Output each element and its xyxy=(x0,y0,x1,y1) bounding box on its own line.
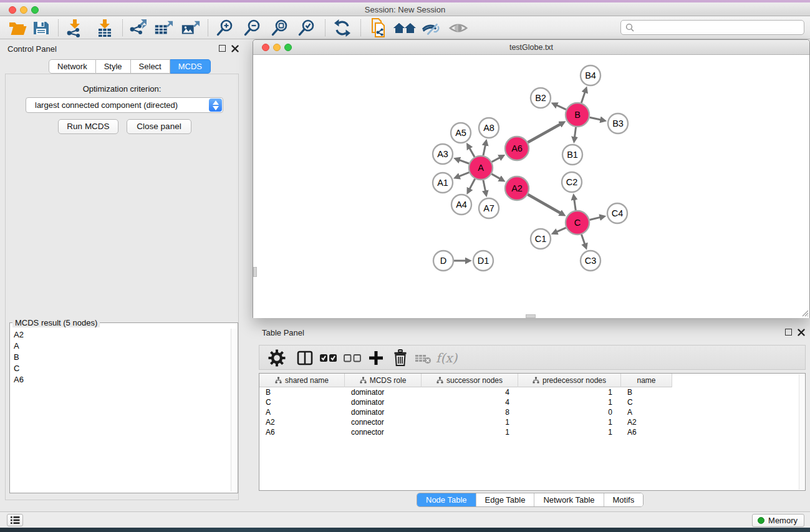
export-network-button[interactable] xyxy=(128,19,148,37)
graph-edge-A-A5[interactable] xyxy=(469,147,475,157)
import-table-button[interactable] xyxy=(95,19,115,37)
float-panel-icon[interactable] xyxy=(219,45,226,52)
table-settings-button[interactable] xyxy=(268,349,286,367)
column-header-name[interactable]: name xyxy=(621,374,672,387)
save-session-button[interactable] xyxy=(31,19,51,37)
table-cell[interactable]: 1 xyxy=(518,388,621,397)
graph-edge-A-A7[interactable] xyxy=(483,180,486,192)
graph-edge-C-C2[interactable] xyxy=(574,199,576,210)
export-image-button[interactable] xyxy=(180,19,200,37)
table-cell[interactable]: 0 xyxy=(518,408,621,417)
table-row[interactable]: Bdominator41B xyxy=(259,387,805,397)
criterion-dropdown[interactable]: largest connected component (directed) xyxy=(26,97,223,113)
table-cell[interactable]: A2 xyxy=(621,418,672,427)
table-cell[interactable]: B xyxy=(621,388,672,397)
table-cell[interactable]: 1 xyxy=(518,428,621,437)
memory-button[interactable]: Memory xyxy=(752,514,804,527)
graph-edge-A-A6[interactable] xyxy=(492,157,501,162)
select-all-button[interactable] xyxy=(319,349,339,367)
table-cell[interactable]: A6 xyxy=(621,428,672,437)
graph-edge-B-B1[interactable] xyxy=(574,127,576,138)
table-cell[interactable]: 4 xyxy=(422,388,518,397)
table-cell[interactable]: dominator xyxy=(345,398,422,407)
mcds-result-item[interactable]: C xyxy=(11,362,231,374)
table-cell[interactable]: dominator xyxy=(345,408,422,417)
table-cell[interactable]: 1 xyxy=(518,418,621,427)
table-row[interactable]: Cdominator41C xyxy=(259,397,805,407)
table-cell[interactable]: 1 xyxy=(518,398,621,407)
graph-edge-A2-C[interactable] xyxy=(528,195,561,213)
graph-edge-A-A2[interactable] xyxy=(491,174,501,179)
table-cell[interactable]: 1 xyxy=(422,428,518,437)
table-cell[interactable]: 4 xyxy=(422,398,518,407)
table-cell[interactable]: A xyxy=(259,408,345,417)
float-table-panel-icon[interactable] xyxy=(785,329,792,336)
close-table-panel-icon[interactable] xyxy=(798,329,805,336)
create-column-button[interactable] xyxy=(367,349,385,367)
table-cell[interactable]: 8 xyxy=(422,408,518,417)
zoom-selected-button[interactable] xyxy=(297,19,317,37)
table-cell[interactable]: connector xyxy=(345,428,422,437)
table-row[interactable]: Adominator80A xyxy=(259,407,805,417)
table-row[interactable]: A2connector11A2 xyxy=(259,417,805,427)
tab-edge-table[interactable]: Edge Table xyxy=(476,493,534,506)
close-panel-icon[interactable] xyxy=(231,45,239,52)
table-cell[interactable]: connector xyxy=(345,418,422,427)
mcds-result-item[interactable]: A6 xyxy=(11,374,231,385)
close-panel-button[interactable]: Close panel xyxy=(127,119,191,134)
network-canvas[interactable]: AA6A2BCB4B2B3A8A5A3B1A1C2A4A7C4C1C3DD1 xyxy=(253,55,809,318)
import-network-button[interactable] xyxy=(65,19,85,37)
table-cell[interactable]: A2 xyxy=(259,418,345,427)
graph-edge-A-A3[interactable] xyxy=(458,160,469,163)
table-cell[interactable]: C xyxy=(621,398,672,407)
hide-selected-button[interactable] xyxy=(421,19,441,37)
tab-motifs[interactable]: Motifs xyxy=(604,493,644,506)
table-cell[interactable]: C xyxy=(259,398,345,407)
table-cell[interactable]: B xyxy=(259,388,345,397)
zoom-in-button[interactable] xyxy=(215,19,235,37)
column-header-predecessor-nodes[interactable]: predecessor nodes xyxy=(518,374,621,387)
table-cell[interactable]: A xyxy=(621,408,672,417)
canvas-vertical-scroll-nub[interactable] xyxy=(253,267,257,277)
tab-network-table[interactable]: Network Table xyxy=(534,493,603,506)
delete-column-button[interactable] xyxy=(392,349,409,367)
show-all-networks-button[interactable] xyxy=(392,19,417,37)
export-table-button[interactable] xyxy=(153,19,173,37)
column-header-MCDS-role[interactable]: MCDS role xyxy=(345,374,422,387)
zoom-out-button[interactable] xyxy=(243,19,263,37)
run-mcds-button[interactable]: Run MCDS xyxy=(58,119,118,134)
clone-network-button[interactable] xyxy=(369,19,389,37)
tab-select[interactable]: Select xyxy=(131,59,170,74)
column-header-successor-nodes[interactable]: successor nodes xyxy=(422,374,518,387)
search-field[interactable] xyxy=(620,20,804,35)
tab-network[interactable]: Network xyxy=(49,59,96,74)
function-builder-button[interactable]: f(x) xyxy=(436,349,457,367)
graph-edge-C-C4[interactable] xyxy=(589,217,600,220)
table-scrollbar[interactable] xyxy=(799,374,804,490)
table-cell[interactable]: 1 xyxy=(422,418,518,427)
mcds-result-item[interactable]: B xyxy=(11,351,231,362)
column-header-shared-name[interactable]: shared name xyxy=(259,374,345,387)
graph-edge-A-A1[interactable] xyxy=(458,172,469,177)
table-row[interactable]: A6connector11A6 xyxy=(259,427,805,437)
graph-edge-B-B3[interactable] xyxy=(590,117,602,120)
graph-edge-A6-B[interactable] xyxy=(528,124,561,143)
graph-edge-B-B2[interactable] xyxy=(556,105,566,109)
refresh-button[interactable] xyxy=(332,19,352,37)
column-manager-button[interactable] xyxy=(296,349,314,367)
graph-edge-C-C1[interactable] xyxy=(556,228,566,232)
graph-edge-C-C3[interactable] xyxy=(582,235,586,245)
resize-grip-icon[interactable] xyxy=(801,309,809,317)
mcds-result-list[interactable]: A2ABCA6 xyxy=(11,329,231,491)
show-selected-button[interactable] xyxy=(448,19,468,37)
table-cell[interactable]: A6 xyxy=(259,428,345,437)
mcds-result-item[interactable]: A xyxy=(11,340,231,351)
graph-edge-B-B4[interactable] xyxy=(581,92,585,103)
mcds-result-item[interactable]: A2 xyxy=(11,329,231,340)
result-list-scrollbar[interactable] xyxy=(231,329,237,491)
search-input[interactable] xyxy=(637,23,804,32)
zoom-fit-button[interactable] xyxy=(270,19,290,37)
deselect-all-button[interactable] xyxy=(342,349,362,367)
network-window-titlebar[interactable]: testGlobe.txt xyxy=(253,40,809,55)
graph-edge-A-A8[interactable] xyxy=(483,144,486,155)
